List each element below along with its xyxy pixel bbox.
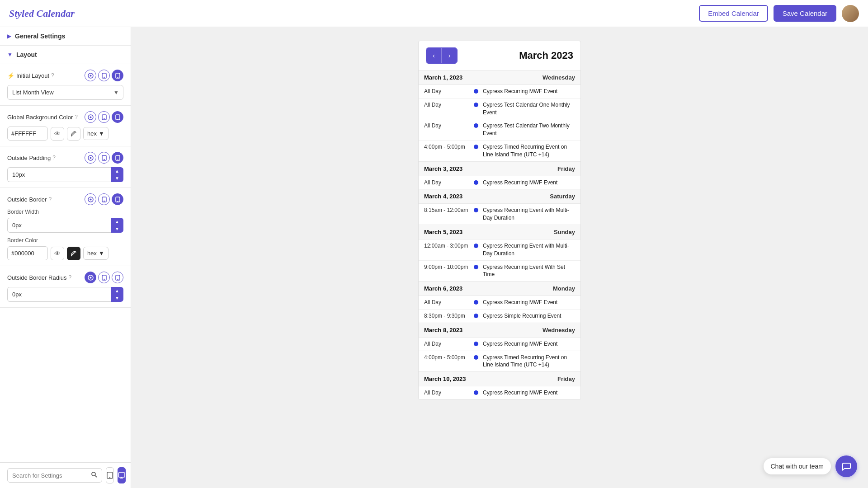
border-width-increment-btn[interactable]: ▲ [111,218,123,225]
device-mobile-btn-3[interactable] [112,152,123,164]
calendar-event[interactable]: 4:00pm - 5:00pm Cypress Timed Recurring … [419,351,580,372]
next-month-btn[interactable]: › [442,48,457,63]
svg-point-30 [92,472,95,476]
general-settings-section[interactable]: ▶ General Settings [0,27,131,46]
device-icons-3 [85,152,123,164]
global-bg-color-row: #FFFFFF 👁 hex ▼ [7,127,123,141]
event-title: Cypress Recurring MWF Event [483,389,557,397]
bolt-icon: ⚡ [7,72,14,79]
color-picker-btn[interactable] [67,127,80,141]
device-tablet-btn-2[interactable] [98,111,110,123]
calendar-event[interactable]: All Day Cypress Recurring MWF Event [419,386,580,399]
border-width-decrement-btn[interactable]: ▼ [111,225,123,233]
prev-month-btn[interactable]: ‹ [426,48,442,63]
color-format-select[interactable]: hex ▼ [83,127,108,140]
chat-button[interactable] [835,455,857,477]
calendar: ‹ › March 2023 March 1, 2023 Wednesday A… [418,41,581,400]
global-bg-label-row: Global Background Color ? [7,111,123,123]
device-mobile-btn[interactable] [112,70,123,81]
calendar-day-group: March 4, 2023 Saturday 8:15am - 12:00am … [419,189,580,225]
global-bg-text: Global Background Color [7,114,73,121]
calendar-event[interactable]: All Day Cypress Test Calendar Two Monthl… [419,119,580,141]
desktop-view-btn[interactable] [118,467,126,483]
outside-padding-label: Outside Padding ? [7,155,56,161]
tablet-view-btn[interactable] [106,467,114,483]
svg-line-31 [95,476,97,478]
avatar-image [842,5,859,22]
calendar-event[interactable]: All Day Cypress Recurring MWF Event [419,338,580,351]
calendar-event[interactable]: 9:00pm - 10:00pm Cypress Recurring Event… [419,261,580,282]
device-all-btn-5[interactable] [85,272,96,283]
calendar-day-header: March 1, 2023 Wednesday [419,70,580,85]
layout-section-header[interactable]: ▼ Layout [0,46,131,64]
calendar-event[interactable]: All Day Cypress Recurring MWF Event [419,176,580,189]
help-icon-2[interactable]: ? [75,114,78,120]
calendar-day-header: March 6, 2023 Monday [419,281,580,296]
device-all-btn-3[interactable] [85,152,96,164]
avatar[interactable] [842,5,859,22]
calendar-event[interactable]: 8:15am - 12:00am Cypress Recurring Event… [419,204,580,225]
help-icon-3[interactable]: ? [52,155,56,161]
calendar-event[interactable]: All Day Cypress Recurring MWF Event [419,85,580,99]
eye-icon-btn[interactable]: 👁 [51,127,64,141]
calendar-event[interactable]: 4:00pm - 5:00pm Cypress Timed Recurring … [419,141,580,161]
border-width-input[interactable] [7,218,111,233]
event-time: 9:00pm - 10:00pm [424,263,469,270]
device-all-btn-2[interactable] [85,111,96,123]
border-radius-decrement-btn[interactable]: ▼ [111,295,123,302]
event-dot [474,314,478,318]
svg-rect-34 [118,473,125,477]
border-radius-increment-btn[interactable]: ▲ [111,287,123,295]
calendar-event[interactable]: All Day Cypress Recurring MWF Event [419,296,580,310]
sidebar-footer [0,462,131,488]
border-color-format-select[interactable]: hex ▼ [83,247,108,260]
outside-padding-input[interactable] [7,167,111,182]
padding-increment-btn[interactable]: ▲ [111,167,123,175]
event-time: 12:00am - 3:00pm [424,242,469,249]
initial-layout-select[interactable]: List Month View Month View Week View Day… [7,85,123,100]
general-settings-label: General Settings [15,33,65,40]
device-mobile-btn-4[interactable] [112,193,123,205]
device-mobile-btn-2[interactable] [112,111,123,123]
help-icon-5[interactable]: ? [69,274,72,281]
svg-point-25 [90,277,91,278]
search-settings-input[interactable] [12,472,88,479]
device-tablet-btn-4[interactable] [98,193,110,205]
initial-layout-select-wrap[interactable]: List Month View Month View Week View Day… [7,85,123,100]
sidebar-content: ▶ General Settings ▼ Layout ⚡ Initial La… [0,27,131,462]
event-dot [474,244,478,248]
device-tablet-btn[interactable] [98,70,110,81]
calendar-month-title: March 2023 [458,50,573,61]
border-eye-icon-btn[interactable]: 👁 [51,247,64,260]
help-icon[interactable]: ? [51,72,54,79]
calendar-day-group: March 10, 2023 Friday All Day Cypress Re… [419,371,580,399]
event-dot [474,390,478,395]
border-color-input[interactable] [7,246,48,260]
device-tablet-btn-3[interactable] [98,152,110,164]
border-format-label: hex [87,250,97,257]
padding-decrement-btn[interactable]: ▼ [111,175,123,183]
help-icon-4[interactable]: ? [48,196,52,202]
calendar-event[interactable]: 12:00am - 3:00pm Cypress Recurring Event… [419,239,580,261]
layout-label: Layout [16,51,37,58]
border-color-picker-btn[interactable] [67,247,80,260]
calendar-event[interactable]: All Day Cypress Test Calendar One Monthl… [419,99,580,120]
embed-calendar-button[interactable]: Embed Calendar [699,5,768,22]
device-all-btn-4[interactable] [85,193,96,205]
border-radius-input[interactable] [7,287,111,302]
save-calendar-button[interactable]: Save Calendar [774,5,836,22]
search-settings-wrap[interactable] [7,468,102,483]
border-color-label: Border Color [7,237,123,244]
calendar-event[interactable]: 8:30pm - 9:30pm Cypress Simple Recurring… [419,310,580,323]
event-title: Cypress Timed Recurring Event on Line Is… [483,143,575,159]
global-bg-color-input[interactable]: #FFFFFF [7,127,48,141]
outside-padding-label-row: Outside Padding ? [7,152,123,164]
calendar-day-group: March 6, 2023 Monday All Day Cypress Rec… [419,281,580,323]
device-mobile-btn-5[interactable] [112,272,123,283]
device-tablet-btn-5[interactable] [98,272,110,283]
calendar-day-group: March 5, 2023 Sunday 12:00am - 3:00pm Cy… [419,225,580,281]
day-date: March 10, 2023 [424,375,466,382]
day-name: Monday [553,285,575,292]
device-icons [85,70,123,81]
device-all-btn[interactable] [85,70,96,81]
